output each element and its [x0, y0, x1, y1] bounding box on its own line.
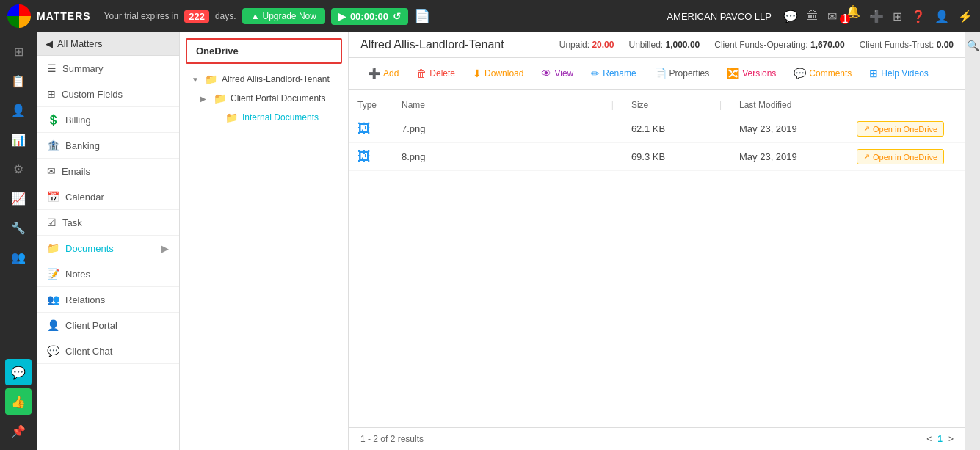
folder-client-portal-icon: 📁 — [214, 92, 226, 104]
file-tree-root[interactable]: ▼ 📁 Alfred Allis-Landlord-Tenant — [180, 70, 348, 89]
sidebar-item-client-portal[interactable]: 👤 Client Portal — [37, 313, 179, 338]
sidebar-item-custom-fields[interactable]: ⊞ Custom Fields — [37, 81, 179, 107]
sidebar-item-documents[interactable]: 📁 Documents ▶ — [37, 236, 179, 261]
sidebar-item-billing[interactable]: 💲 Billing — [37, 107, 179, 133]
notes-icon: 📄 — [414, 8, 430, 24]
sidebar-item-label: Calendar — [65, 192, 104, 203]
file-table: Type Name | Size | Last Modified 🖼 — [349, 95, 965, 171]
col-actions — [848, 95, 965, 115]
sidebar-item-label: Documents — [65, 243, 114, 254]
onedrive-header[interactable]: OneDrive — [186, 38, 342, 64]
client-name: AMERICAN PAVCO LLP — [667, 11, 772, 22]
sidebar-icon-chat[interactable]: 💬 — [5, 359, 32, 385]
sidebar-item-notes[interactable]: 📝 Notes — [37, 261, 179, 287]
view-button[interactable]: 👁 View — [534, 64, 581, 83]
properties-button[interactable]: 📄 Properties — [647, 64, 717, 83]
sidebar-item-relations[interactable]: 👥 Relations — [37, 287, 179, 313]
file-tree-client-portal[interactable]: ▶ 📁 Client Portal Documents — [180, 89, 348, 108]
all-matters-label: All Matters — [57, 38, 102, 49]
col-separator-2: | — [711, 95, 730, 115]
search-icon[interactable]: 🔍 — [967, 40, 979, 51]
file-table-footer: 1 - 2 of 2 results < 1 > — [349, 427, 965, 450]
sidebar-icon-users[interactable]: 👥 — [5, 244, 32, 270]
sidebar-icon-contacts[interactable]: 👤 — [5, 97, 32, 123]
unbilled-value: 1,000.00 — [666, 40, 700, 50]
expand-client-portal-icon: ▶ — [200, 95, 209, 103]
prev-page-button[interactable]: < — [926, 434, 932, 444]
email-nav-icon[interactable]: ✉ — [827, 10, 837, 23]
sidebar-item-label: Custom Fields — [62, 89, 123, 100]
sidebar-icon-dashboard[interactable]: ⊞ — [5, 38, 32, 65]
sidebar-item-summary[interactable]: ☰ Summary — [37, 56, 179, 81]
sidebar-icon-matters[interactable]: 📋 — [5, 68, 32, 94]
grid-icon[interactable]: ⊞ — [893, 10, 902, 23]
file-tree-root-label: Alfred Allis-Landlord-Tenant — [222, 74, 330, 84]
file-modified-1: May 23, 2019 — [730, 115, 848, 143]
profile-icon[interactable]: 👤 — [934, 10, 949, 23]
image-icon-2: 🖼 — [357, 149, 371, 164]
sidebar-item-client-chat[interactable]: 💬 Client Chat — [37, 338, 179, 364]
sidebar-item-banking[interactable]: 🏦 Banking — [37, 133, 179, 159]
help-videos-button[interactable]: ⊞ Help Videos — [862, 64, 936, 83]
sidebar-icon-reports[interactable]: 📊 — [5, 126, 32, 153]
help-icon[interactable]: ❓ — [911, 10, 926, 23]
comments-button[interactable]: 💬 Comments — [786, 64, 859, 83]
app-title: MATTERS — [37, 10, 91, 22]
download-button[interactable]: ⬇ Download — [465, 64, 531, 83]
open-onedrive-button-2[interactable]: ↗ Open in OneDrive — [857, 149, 944, 164]
sidebar-item-label: Banking — [65, 140, 100, 151]
col-separator-1: | — [603, 95, 623, 115]
file-tree-internal-label: Internal Documents — [242, 112, 319, 123]
sidebar-item-calendar[interactable]: 📅 Calendar — [37, 184, 179, 210]
sidebar-icon-tools[interactable]: 🔧 — [5, 214, 32, 241]
file-action-1: ↗ Open in OneDrive — [848, 115, 965, 143]
lightning-icon[interactable]: ⚡ — [958, 10, 973, 23]
file-type-icon-2: 🖼 — [349, 143, 393, 171]
emails-icon: ✉ — [47, 165, 56, 177]
unpaid-label: Unpaid: 20.00 — [559, 40, 614, 50]
notif-badge: 1 — [840, 14, 850, 24]
sidebar-item-task[interactable]: ☑ Task — [37, 210, 179, 236]
file-name-1[interactable]: 7.png — [393, 115, 603, 143]
sidebar-icon-pin[interactable]: 📌 — [5, 418, 32, 444]
next-page-button[interactable]: > — [948, 434, 954, 444]
unbilled-stat: Unbilled: 1,000.00 — [628, 40, 700, 50]
open-onedrive-button-1[interactable]: ↗ Open in OneDrive — [857, 121, 944, 137]
properties-toolbar-icon: 📄 — [654, 68, 667, 79]
notification-icon[interactable]: 🔔1 — [846, 4, 860, 29]
rename-button[interactable]: ✏ Rename — [584, 64, 643, 83]
versions-button[interactable]: 🔀 Versions — [719, 64, 783, 83]
timer-display: 00:00:00 — [350, 11, 388, 22]
add-button[interactable]: ➕ Add — [360, 64, 406, 83]
file-action-2: ↗ Open in OneDrive — [848, 143, 965, 171]
bank-icon[interactable]: 🏛 — [807, 10, 819, 23]
sidebar-icon-settings[interactable]: ⚙ — [5, 156, 32, 182]
folder-icon: 📁 — [205, 73, 217, 85]
sidebar-item-emails[interactable]: ✉ Emails — [37, 159, 179, 184]
all-matters-button[interactable]: ◀ All Matters — [37, 32, 179, 56]
rename-toolbar-icon: ✏ — [591, 68, 600, 79]
matter-header: Alfred Allis-Landlord-Tenant Unpaid: 20.… — [349, 32, 965, 58]
upgrade-button[interactable]: ▲ Upgrade Now — [242, 8, 325, 24]
image-icon-1: 🖼 — [357, 121, 371, 136]
delete-button[interactable]: 🗑 Delete — [409, 64, 462, 83]
file-tree-internal-docs[interactable]: 📁 Internal Documents — [180, 108, 348, 127]
file-name-2[interactable]: 8.png — [393, 143, 603, 171]
sidebar-item-label: Notes — [65, 269, 90, 280]
sidebar-icon-thumbsup[interactable]: 👍 — [5, 388, 32, 415]
toolbar: ➕ Add 🗑 Delete ⬇ Download 👁 View ✏ Renam… — [349, 58, 965, 90]
custom-fields-icon: ⊞ — [47, 88, 56, 100]
chat-nav-icon[interactable]: 💬 — [783, 10, 798, 23]
client-funds-trust-stat: Client Funds-Trust: 0.00 — [860, 40, 954, 50]
sidebar-item-label: Relations — [65, 294, 105, 305]
add-icon[interactable]: ➕ — [869, 10, 884, 23]
top-nav: MATTERS Your trial expires in 222 days. … — [0, 0, 980, 32]
results-count: 1 - 2 of 2 results — [360, 434, 424, 444]
upgrade-arrow-icon: ▲ — [251, 11, 260, 21]
pagination: < 1 > — [926, 434, 954, 444]
right-panel: 🔍 — [965, 32, 980, 450]
sidebar-icon-analytics[interactable]: 📈 — [5, 185, 32, 211]
icon-sidebar: ⊞ 📋 👤 📊 ⚙ 📈 🔧 👥 💬 👍 📌 — [0, 32, 37, 450]
notes-menu-icon: 📝 — [47, 268, 59, 280]
timer-reset-icon[interactable]: ↺ — [393, 11, 401, 22]
